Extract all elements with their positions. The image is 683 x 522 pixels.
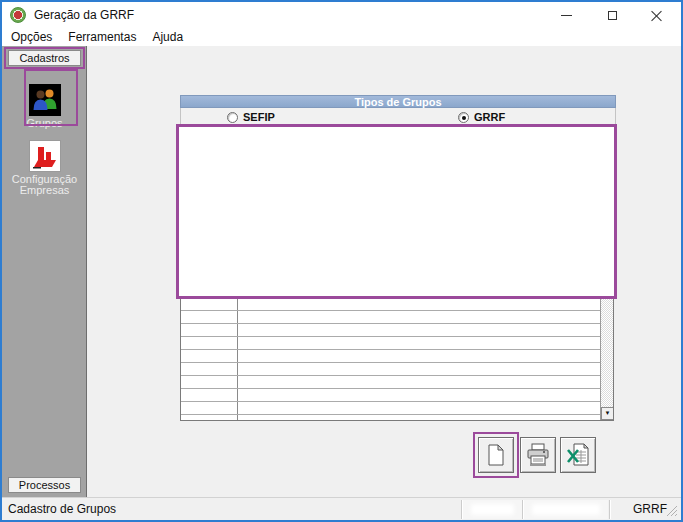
cell-codigo: 0021: [181, 259, 238, 271]
cell-descricao: [238, 389, 600, 401]
table-row[interactable]: 0016EMPRESA AULISTA: [181, 194, 600, 207]
cell-codigo: [181, 337, 238, 349]
table-row-empty[interactable]: [181, 363, 600, 376]
status-text: Cadastro de Grupos: [8, 502, 116, 516]
vertical-scrollbar[interactable]: ▲ ▼: [600, 128, 613, 420]
app-window: Geração da GRRF Opções Ferramentas Ajuda…: [0, 0, 683, 522]
cell-descricao: EMPREGADA DOMESTICA: [238, 272, 600, 284]
cell-descricao: [238, 415, 600, 421]
table-row-empty[interactable]: [181, 298, 600, 311]
excel-icon: [565, 442, 591, 468]
cell-descricao: DIVISÃO DE RH - OBRA: [238, 155, 600, 167]
sidebar-item-grupos[interactable]: Grupos: [2, 84, 87, 129]
radio-circle-icon: [227, 112, 238, 123]
radio-sefip[interactable]: SEFIP: [227, 111, 275, 123]
table-row[interactable]: 0021EMPRESA 13º SALARIO: [181, 259, 600, 272]
menu-ferramentas[interactable]: Ferramentas: [60, 30, 144, 44]
status-mode: GRRF: [633, 502, 667, 516]
cell-descricao: [238, 324, 600, 336]
window-title: Geração da GRRF: [34, 8, 134, 22]
menu-opcoes[interactable]: Opções: [2, 30, 60, 44]
cell-descricao: [238, 337, 600, 349]
minimize-button[interactable]: [544, 2, 589, 28]
table-row-empty[interactable]: [181, 285, 600, 298]
maximize-icon: [608, 11, 617, 20]
close-button[interactable]: [634, 2, 679, 28]
sidebar-item-label: Grupos: [2, 118, 87, 129]
scroll-down-icon[interactable]: ▼: [601, 407, 614, 420]
grid-rows: 0011EMPRESA HORISTA0012DIVISÃO DE RH - O…: [181, 142, 600, 421]
cell-descricao: EMPRESA AULISTA: [238, 194, 600, 206]
resize-grip-icon[interactable]: [666, 505, 678, 517]
status-separator: [609, 500, 610, 519]
app-icon[interactable]: [10, 7, 26, 23]
scroll-up-icon[interactable]: ▲: [601, 128, 614, 141]
printer-icon: [525, 442, 551, 468]
new-record-button[interactable]: [478, 437, 514, 473]
sidebar-item-label: Configuração Empresas: [2, 174, 87, 196]
cell-codigo: 0012: [181, 155, 238, 167]
column-header-codigo[interactable]: Código: [181, 128, 238, 141]
cell-descricao: EMPRESA COMISSIONISTA: [238, 181, 600, 193]
table-row-empty[interactable]: [181, 350, 600, 363]
table-row-empty[interactable]: [181, 324, 600, 337]
table-row-empty[interactable]: [181, 402, 600, 415]
table-row-empty[interactable]: [181, 389, 600, 402]
cell-descricao: [238, 311, 600, 323]
table-row-empty[interactable]: [181, 376, 600, 389]
cell-descricao: EMPRESA 13º SALARIO: [238, 259, 600, 271]
menu-bar: Opções Ferramentas Ajuda: [2, 28, 681, 46]
export-excel-button[interactable]: [560, 437, 596, 473]
table-row[interactable]: 0014DESONERAÇÃO MP 563: [181, 168, 600, 181]
sidebar-item-configuracao-empresas[interactable]: Configuração Empresas: [2, 140, 87, 196]
table-row[interactable]: 0026EMPREGADA DOMESTICA: [181, 272, 600, 285]
title-bar: Geração da GRRF: [2, 2, 681, 28]
table-row[interactable]: 0020GERAÇÃO DA SEFIP: [181, 246, 600, 259]
column-header-descricao[interactable]: Descrição: [238, 128, 613, 141]
radio-group-row: SEFIP GRRF: [180, 108, 616, 127]
status-panel: [463, 500, 522, 519]
sidebar: Cadastros Grupos: [2, 46, 87, 497]
cell-codigo: [181, 376, 238, 388]
cell-codigo: [181, 311, 238, 323]
print-button[interactable]: [520, 437, 556, 473]
cell-codigo: [181, 298, 238, 310]
table-row[interactable]: 0015EMPRESA COMISSIONISTA: [181, 181, 600, 194]
cell-codigo: [181, 324, 238, 336]
cell-codigo: [181, 415, 238, 421]
cell-descricao: [238, 402, 600, 414]
sidebar-button-processos[interactable]: Processos: [8, 477, 81, 493]
table-row[interactable]: 0017EMPRESA PERIODICO / SEMANALISTA: [181, 207, 600, 220]
table-row[interactable]: 0019EMPRESA REGIME CAIXA: [181, 233, 600, 246]
radio-label: SEFIP: [243, 111, 275, 123]
groups-table: Código Descrição 0011EMPRESA HORISTA0012…: [180, 127, 614, 421]
table-row-empty[interactable]: [181, 415, 600, 421]
status-bar: Cadastro de Grupos GRRF: [2, 497, 681, 520]
cell-descricao: EMPRESA REGIME CAIXA: [238, 233, 600, 245]
table-row[interactable]: 0018EMPRESA TAREFEIRO: [181, 220, 600, 233]
table-row-empty[interactable]: [181, 337, 600, 350]
scrollbar-thumb[interactable]: [601, 142, 614, 158]
groups-icon: [29, 84, 61, 116]
table-row-empty[interactable]: [181, 311, 600, 324]
table-row[interactable]: 0012DIVISÃO DE RH - OBRA: [181, 155, 600, 168]
status-separator: [522, 500, 523, 519]
cell-descricao: [238, 376, 600, 388]
maximize-button[interactable]: [590, 2, 635, 28]
cell-descricao: EMPRESA TAREFEIRO: [238, 220, 600, 232]
cell-codigo: 0019: [181, 233, 238, 245]
cell-codigo: 0014: [181, 168, 238, 180]
cell-descricao: [238, 350, 600, 362]
cell-descricao: [238, 285, 600, 297]
status-separator: [461, 500, 462, 519]
cell-codigo: [181, 389, 238, 401]
cell-descricao: GERAÇÃO DA SEFIP: [238, 246, 600, 258]
menu-ajuda[interactable]: Ajuda: [144, 30, 191, 44]
radio-grrf[interactable]: GRRF: [458, 111, 505, 123]
cell-descricao: EMPRESA PERIODICO / SEMANALISTA: [238, 207, 600, 219]
cell-codigo: 0011: [181, 142, 238, 154]
table-row[interactable]: 0011EMPRESA HORISTA: [181, 142, 600, 155]
factory-icon: [29, 140, 61, 172]
cell-codigo: [181, 350, 238, 362]
sidebar-button-cadastros[interactable]: Cadastros: [8, 50, 81, 66]
